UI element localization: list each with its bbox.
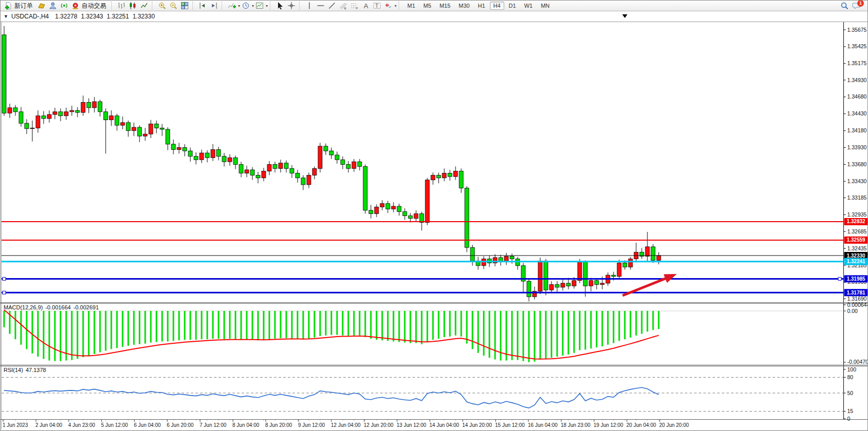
arrows-tool-icon[interactable] — [383, 1, 393, 10]
search-icon[interactable] — [839, 1, 850, 10]
timeframe-button-h4[interactable]: H4 — [490, 2, 504, 10]
timeframe-button-mn[interactable]: MN — [537, 2, 553, 10]
autotrade-label[interactable]: 自动交易 — [82, 2, 106, 10]
candle-up — [211, 150, 215, 158]
timeframe-button-w1[interactable]: W1 — [521, 2, 537, 10]
zoom-in-icon[interactable] — [157, 1, 167, 10]
macd-bar — [348, 311, 349, 336]
collapse-icon[interactable]: ▼ — [4, 14, 8, 19]
text-label-tool-icon[interactable]: T — [372, 1, 382, 10]
timeframe-button-m30[interactable]: M30 — [455, 2, 473, 10]
macd-axis[interactable]: 0.0006440.00-0.004708 — [2, 302, 868, 365]
close-value: 1.32330 — [132, 13, 154, 20]
toolbar-separator — [222, 2, 224, 10]
candle-up — [279, 163, 283, 169]
text-tool-icon[interactable]: A — [361, 1, 371, 10]
svg-text:1.33680: 1.33680 — [847, 161, 867, 167]
candle-up — [425, 180, 429, 223]
new-order-label[interactable]: 新订单 — [14, 2, 33, 10]
candle-up — [374, 207, 379, 213]
timeframe-button-h1[interactable]: H1 — [474, 2, 488, 10]
candle-up — [262, 171, 266, 178]
macd-bar — [190, 311, 191, 340]
candle-up — [380, 204, 384, 207]
candle-up — [645, 247, 649, 256]
vertical-line-tool-icon[interactable] — [304, 1, 314, 10]
line-chart-mode-icon[interactable] — [139, 1, 149, 10]
candle-down — [188, 151, 192, 156]
notifications-chat-icon[interactable]: 1 — [851, 1, 863, 10]
toolbar-separator — [399, 2, 401, 10]
macd-bar — [145, 311, 146, 344]
candle-down — [137, 127, 142, 136]
chart-canvas[interactable]: 1.356751.354251.351751.349301.346801.344… — [1, 11, 868, 431]
macd-bar — [122, 311, 124, 347]
macd-bar — [105, 311, 107, 351]
candle-up — [143, 134, 147, 136]
macd-bar — [376, 311, 378, 340]
rsi-axis[interactable]: 1008050150 — [2, 366, 856, 422]
candle-down — [408, 215, 412, 218]
macd-bar — [624, 311, 626, 339]
arrows-caret-icon[interactable]: ▾ — [394, 4, 397, 8]
svg-text:7 Jun 12:00: 7 Jun 12:00 — [200, 422, 227, 428]
candle-up — [200, 153, 204, 160]
bar-chart-mode-icon[interactable] — [116, 1, 127, 10]
indicators-caret-icon[interactable]: ▾ — [238, 4, 240, 8]
new-order-icon[interactable] — [3, 1, 13, 10]
timeframe-button-d1[interactable]: D1 — [505, 2, 520, 10]
macd-bar — [370, 311, 372, 339]
candle-down — [595, 281, 599, 285]
zoom-out-icon[interactable] — [168, 1, 179, 10]
chart-title-row: ▼ USDCAD-,H4 1.32278 1.32343 1.32251 1.3… — [4, 13, 159, 20]
equidistant-channel-tool-icon[interactable]: E — [338, 1, 348, 10]
candle-up — [312, 168, 317, 175]
macd-bar — [602, 311, 603, 346]
signal-icon[interactable] — [59, 1, 69, 10]
auto-scroll-icon[interactable] — [209, 1, 219, 10]
macd-bar — [43, 311, 45, 359]
crosshair-icon[interactable] — [286, 1, 297, 10]
trendline-tool-icon[interactable] — [327, 1, 337, 10]
horizontal-line-tool-icon[interactable] — [315, 1, 326, 10]
candle-up — [414, 213, 418, 218]
macd-bar — [444, 311, 445, 337]
candle-down — [363, 166, 367, 210]
svg-text:0.00: 0.00 — [847, 308, 858, 314]
timeframe-button-m1[interactable]: M1 — [404, 2, 419, 10]
time-axis[interactable]: 1 Jun 20232 Jun 04:004 Jun 23:005 Jun 12… — [3, 420, 689, 428]
fibonacci-tool-icon[interactable]: F — [349, 1, 360, 10]
candle-down — [25, 123, 29, 129]
candlestick-mode-icon[interactable] — [128, 1, 138, 10]
macd-bar — [359, 311, 361, 336]
tile-windows-icon[interactable] — [180, 1, 190, 10]
templates-icon[interactable] — [254, 1, 265, 10]
periods-caret-icon[interactable]: ▾ — [252, 4, 254, 8]
candle-up — [47, 114, 51, 119]
timeframe-button-m15[interactable]: M15 — [436, 2, 454, 10]
macd-bar — [461, 311, 462, 337]
candle-down — [166, 129, 170, 144]
macd-bar — [308, 311, 310, 339]
timeframe-button-m5[interactable]: M5 — [420, 2, 435, 10]
macd-bar — [579, 311, 581, 350]
rsi-panel — [4, 387, 659, 408]
candle-down — [437, 175, 441, 178]
indicators-icon[interactable] — [227, 1, 237, 10]
profile-icon[interactable] — [48, 1, 58, 10]
periods-clock-icon[interactable] — [241, 1, 251, 10]
notification-badge[interactable]: 1 — [857, 0, 864, 7]
macd-bar — [449, 311, 451, 337]
level-lines[interactable]: 1.328321.325591.323301.322411.319851.317… — [2, 218, 868, 296]
candle-down — [386, 204, 390, 209]
macd-bar — [291, 311, 293, 339]
candle-down — [42, 116, 46, 119]
candle-down — [194, 156, 198, 160]
chart-shift-icon[interactable] — [198, 1, 208, 10]
cursor-icon[interactable] — [275, 1, 285, 10]
candle-up — [600, 283, 604, 285]
templates-caret-icon[interactable]: ▾ — [266, 4, 268, 8]
autotrade-icon[interactable] — [70, 1, 81, 10]
market-watch-icon[interactable] — [36, 1, 47, 10]
macd-bar — [184, 311, 186, 340]
